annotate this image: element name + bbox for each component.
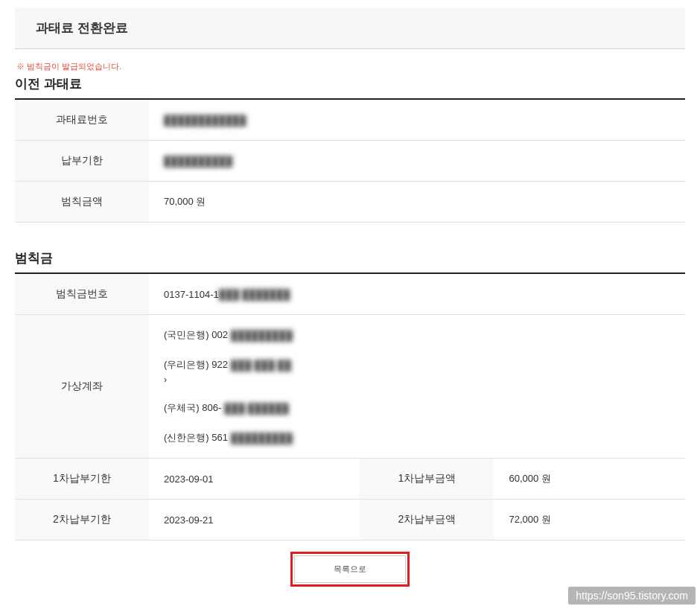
page-header: 과태료 전환완료 (15, 7, 685, 49)
watermark: https://son95.tistory.com (568, 587, 696, 605)
label-amount: 범칙금액 (15, 182, 149, 223)
value-virtual-account: (국민은행) 002█████████ (우리은행) 922███ ███ ██… (149, 315, 685, 459)
row-amount: 범칙금액 70,000 원 (15, 182, 685, 223)
value-fine-number: ████████████ (149, 99, 685, 141)
page-title: 과태료 전환완료 (36, 19, 664, 36)
button-row: 목록으로 (15, 555, 685, 583)
alert-message: ※ 범칙금이 발급되었습니다. (16, 61, 685, 72)
row-penalty-number: 범칙금번호 0137-1104-1███ ███████ (15, 273, 685, 315)
row-fine-number: 과태료번호 ████████████ (15, 99, 685, 141)
label-first-amount: 1차납부금액 (360, 459, 494, 500)
label-first-due: 1차납부기한 (15, 459, 149, 500)
penalty-table: 범칙금번호 0137-1104-1███ ███████ 가상계좌 (국민은행)… (15, 272, 685, 541)
section-title-penalty: 범칙금 (15, 249, 685, 267)
label-due-date: 납부기한 (15, 141, 149, 182)
value-first-amount: 60,000 원 (494, 459, 685, 500)
value-first-due: 2023-09-01 (149, 459, 360, 500)
row-first-payment: 1차납부기한 2023-09-01 1차납부금액 60,000 원 (15, 459, 685, 500)
label-second-amount: 2차납부금액 (360, 500, 494, 541)
account-post: (우체국) 806-███ ██████ (164, 401, 670, 415)
prev-fine-table: 과태료번호 ████████████ 납부기한 ██████████ 범칙금액 … (15, 98, 685, 223)
section-title-prev: 이전 과태료 (15, 75, 685, 92)
value-penalty-number: 0137-1104-1███ ███████ (149, 273, 685, 315)
row-due-date: 납부기한 ██████████ (15, 141, 685, 182)
label-fine-number: 과태료번호 (15, 99, 149, 141)
label-virtual-account: 가상계좌 (15, 315, 149, 459)
value-second-due: 2023-09-21 (149, 500, 360, 541)
account-shinhan: (신한은행) 561█████████ (164, 431, 670, 444)
label-second-due: 2차납부기한 (15, 500, 149, 541)
row-virtual-account: 가상계좌 (국민은행) 002█████████ (우리은행) 922███ █… (15, 315, 685, 459)
value-due-date: ██████████ (149, 141, 685, 182)
account-woori: (우리은행) 922███ ███ ██ (164, 358, 670, 372)
label-penalty-number: 범칙금번호 (15, 273, 149, 315)
row-second-payment: 2차납부기한 2023-09-21 2차납부금액 72,000 원 (15, 500, 685, 541)
list-button[interactable]: 목록으로 (294, 555, 406, 583)
chevron-right-icon: › (164, 374, 670, 385)
value-amount: 70,000 원 (149, 182, 685, 223)
value-second-amount: 72,000 원 (494, 500, 685, 541)
account-kb: (국민은행) 002█████████ (164, 328, 670, 342)
